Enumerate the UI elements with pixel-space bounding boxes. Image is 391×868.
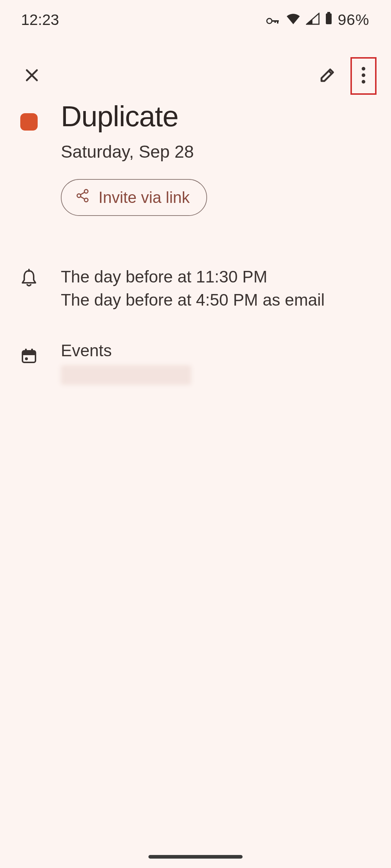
- invite-via-link-button[interactable]: Invite via link: [61, 179, 207, 216]
- pencil-icon: [318, 66, 337, 86]
- status-bar: 12:23 96%: [0, 0, 391, 40]
- svg-line-15: [80, 192, 85, 195]
- notification-item: The day before at 4:50 PM as email: [61, 288, 371, 311]
- bell-icon: [20, 269, 38, 289]
- battery-icon: [325, 11, 333, 29]
- notification-item: The day before at 11:30 PM: [61, 265, 371, 288]
- svg-line-16: [80, 197, 85, 199]
- status-icons: 96%: [266, 11, 369, 29]
- status-time: 12:23: [21, 11, 59, 29]
- svg-rect-5: [327, 12, 330, 14]
- svg-rect-19: [22, 351, 35, 355]
- calendar-row[interactable]: Events: [0, 341, 391, 385]
- event-header-row: Duplicate Saturday, Sep 28 Invite via li…: [0, 101, 391, 216]
- close-icon: [23, 67, 41, 85]
- svg-rect-4: [326, 13, 332, 24]
- svg-point-9: [362, 67, 365, 71]
- more-vert-icon: [361, 66, 366, 86]
- battery-percent: 96%: [338, 11, 369, 29]
- vpn-key-icon: [266, 11, 281, 29]
- event-date: Saturday, Sep 28: [61, 142, 371, 162]
- svg-rect-20: [25, 349, 27, 352]
- gesture-nav-handle[interactable]: [148, 855, 243, 859]
- more-options-highlight: [350, 57, 377, 95]
- svg-rect-3: [274, 20, 276, 23]
- svg-point-10: [362, 73, 365, 77]
- edit-button[interactable]: [310, 59, 345, 93]
- event-title: Duplicate: [61, 101, 371, 132]
- calendar-account-redacted: [61, 365, 191, 385]
- app-bar: [0, 54, 391, 98]
- svg-point-22: [25, 357, 28, 360]
- svg-rect-2: [277, 20, 278, 24]
- svg-point-0: [267, 18, 272, 24]
- notifications-row[interactable]: The day before at 11:30 PM The day befor…: [0, 265, 391, 312]
- close-button[interactable]: [14, 59, 49, 93]
- wifi-icon: [286, 11, 301, 29]
- calendar-name: Events: [61, 341, 371, 360]
- event-detail-content: Duplicate Saturday, Sep 28 Invite via li…: [0, 101, 391, 385]
- cell-signal-icon: [306, 11, 320, 29]
- invite-label: Invite via link: [98, 188, 190, 207]
- svg-rect-21: [31, 349, 33, 352]
- svg-point-11: [362, 80, 365, 84]
- event-color-chip: [20, 113, 38, 131]
- calendar-icon: [20, 347, 38, 366]
- share-icon: [75, 188, 90, 207]
- more-options-button[interactable]: [352, 59, 375, 93]
